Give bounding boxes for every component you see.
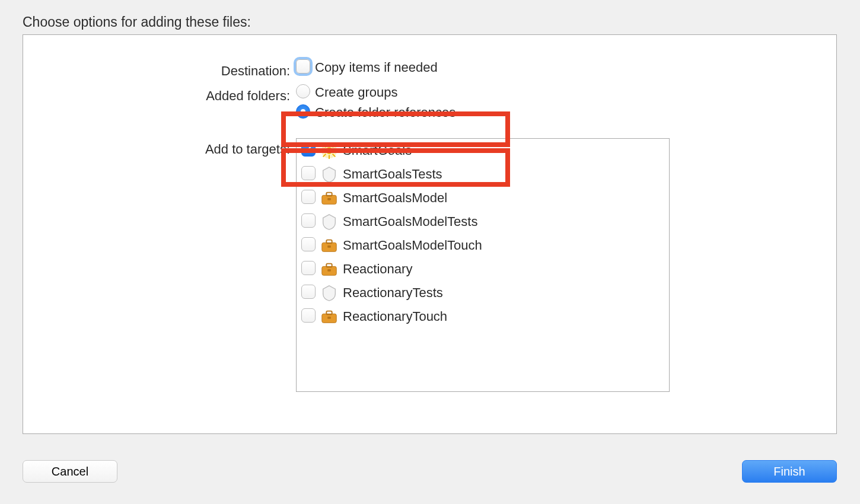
create-groups-option[interactable]: Create groups bbox=[296, 85, 836, 100]
target-checkbox[interactable] bbox=[301, 261, 316, 275]
target-checkbox[interactable] bbox=[301, 285, 316, 299]
target-label: SmartGoals bbox=[343, 143, 412, 158]
copy-items-option[interactable]: Copy items if needed bbox=[296, 60, 836, 75]
create-groups-label: Create groups bbox=[315, 85, 397, 100]
target-checkbox[interactable] bbox=[301, 166, 316, 180]
target-label: SmartGoalsModel bbox=[343, 190, 447, 206]
targets-list[interactable]: SmartGoalsSmartGoalsTestsSmartGoalsModel… bbox=[296, 138, 670, 392]
briefcase-icon bbox=[320, 189, 338, 207]
destination-label: Destination: bbox=[23, 60, 296, 79]
added-folders-row: Added folders: Create groups Create fold… bbox=[23, 85, 836, 125]
target-label: ReactionaryTests bbox=[343, 285, 443, 301]
target-label: SmartGoalsModelTouch bbox=[343, 238, 482, 253]
create-groups-radio[interactable] bbox=[296, 84, 310, 98]
target-checkbox[interactable] bbox=[301, 308, 316, 323]
svg-rect-21 bbox=[327, 317, 331, 319]
app-icon bbox=[320, 142, 338, 160]
target-row[interactable]: SmartGoalsModelTests bbox=[297, 210, 669, 234]
create-folder-references-radio[interactable] bbox=[296, 104, 310, 119]
target-checkbox[interactable] bbox=[301, 142, 316, 157]
target-row[interactable]: ReactionaryTests bbox=[297, 281, 669, 305]
svg-rect-11 bbox=[326, 193, 332, 196]
options-panel: Destination: Copy items if needed Added … bbox=[23, 34, 837, 434]
test-icon bbox=[320, 284, 338, 302]
button-bar: Cancel Finish bbox=[23, 460, 837, 483]
destination-row: Destination: Copy items if needed bbox=[23, 60, 836, 80]
target-checkbox[interactable] bbox=[301, 237, 316, 251]
test-icon bbox=[320, 213, 338, 231]
target-row[interactable]: ReactionaryTouch bbox=[297, 305, 669, 328]
added-folders-label: Added folders: bbox=[23, 85, 296, 104]
target-label: Reactionary bbox=[343, 261, 412, 277]
add-to-targets-row: Add to targets: SmartGoalsSmartGoalsTest… bbox=[23, 138, 836, 392]
target-row[interactable]: SmartGoalsModel bbox=[297, 186, 669, 210]
target-label: ReactionaryTouch bbox=[343, 309, 447, 324]
create-folder-references-option[interactable]: Create folder references bbox=[296, 105, 836, 120]
svg-rect-17 bbox=[326, 264, 332, 267]
svg-rect-14 bbox=[326, 240, 332, 244]
test-icon bbox=[320, 165, 338, 183]
briefcase-icon bbox=[320, 308, 338, 326]
briefcase-icon bbox=[320, 260, 338, 278]
add-to-targets-label: Add to targets: bbox=[23, 138, 296, 157]
target-label: SmartGoalsModelTests bbox=[343, 214, 477, 229]
briefcase-icon bbox=[320, 237, 338, 254]
finish-button[interactable]: Finish bbox=[742, 460, 837, 483]
target-row[interactable]: Reactionary bbox=[297, 257, 669, 281]
form-area: Destination: Copy items if needed Added … bbox=[23, 35, 836, 392]
dialog-title: Choose options for adding these files: bbox=[23, 14, 251, 30]
target-row[interactable]: SmartGoals bbox=[297, 139, 669, 162]
cancel-button[interactable]: Cancel bbox=[23, 460, 117, 483]
target-row[interactable]: SmartGoalsTests bbox=[297, 162, 669, 186]
svg-rect-15 bbox=[327, 245, 331, 248]
target-row[interactable]: SmartGoalsModelTouch bbox=[297, 234, 669, 257]
svg-rect-20 bbox=[326, 311, 332, 315]
svg-rect-12 bbox=[327, 198, 331, 200]
target-checkbox[interactable] bbox=[301, 190, 316, 204]
svg-rect-18 bbox=[327, 269, 331, 272]
target-checkbox[interactable] bbox=[301, 213, 316, 228]
copy-items-checkbox[interactable] bbox=[296, 59, 310, 74]
target-label: SmartGoalsTests bbox=[343, 167, 442, 182]
copy-items-label: Copy items if needed bbox=[315, 60, 438, 75]
create-folder-references-label: Create folder references bbox=[315, 105, 456, 120]
